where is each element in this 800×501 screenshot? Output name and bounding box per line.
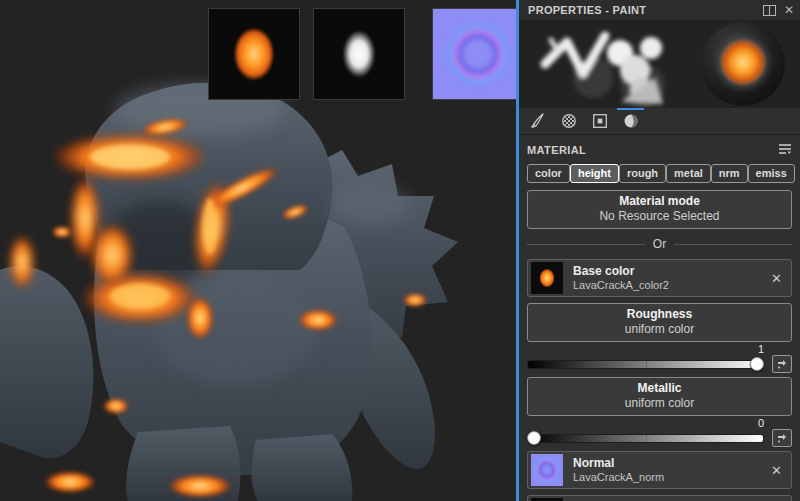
base-color-thumbnail (531, 262, 563, 294)
slider-mid-tick (646, 361, 647, 368)
metallic-slider-handle[interactable] (527, 431, 541, 445)
channel-emiss[interactable]: emiss (748, 164, 795, 183)
or-label: Or (645, 237, 674, 251)
roughness-slider-handle[interactable] (750, 357, 764, 371)
normal-resource: LavaCrackA_norm (573, 471, 765, 484)
material-options-icon[interactable] (778, 141, 792, 159)
tab-stencil[interactable] (584, 108, 615, 134)
material-mode-subtitle: No Resource Selected (528, 209, 791, 224)
tool-tabs (519, 108, 800, 135)
material-mode-button[interactable]: Material mode No Resource Selected (527, 190, 792, 229)
panel-title: PROPERTIES - PAINT (528, 4, 755, 16)
roughness-subtitle: uniform color (528, 322, 791, 337)
roughness-slider-row (527, 355, 792, 373)
brush-icon (530, 113, 546, 129)
or-divider: Or (527, 237, 792, 251)
roughness-button[interactable]: Roughness uniform color (527, 303, 792, 342)
slider-mid-tick (646, 435, 647, 442)
roughness-title: Roughness (528, 307, 791, 322)
channel-toggle-row: color height rough metal nrm emiss (527, 164, 792, 183)
normal-remove-icon[interactable]: ✕ (765, 463, 788, 478)
normal-title: Normal (573, 456, 765, 471)
channel-metal[interactable]: metal (666, 164, 711, 183)
viewport-3d[interactable] (0, 0, 516, 501)
channel-color[interactable]: color (527, 164, 570, 183)
split-window-icon[interactable] (763, 5, 776, 16)
close-icon[interactable]: ✕ (784, 3, 794, 17)
material-section-title: MATERIAL (527, 144, 586, 156)
roughness-value: 1 (527, 342, 792, 355)
tab-material[interactable] (615, 108, 646, 134)
stencil-icon (592, 113, 608, 129)
metallic-title: Metallic (528, 381, 791, 396)
base-color-remove-icon[interactable]: ✕ (765, 271, 788, 286)
base-color-resource: LavaCrackA_color2 (573, 279, 765, 292)
viewport-thumbnail-grayscale[interactable] (313, 8, 405, 100)
roughness-slider[interactable] (527, 360, 764, 369)
metallic-subtitle: uniform color (528, 396, 791, 411)
gray-blob-graphic (314, 9, 404, 99)
emissive-slot[interactable]: Emissive LavaCrackA_emis2 ✕ (527, 495, 792, 501)
normal-thumbnail (531, 454, 563, 486)
channel-nrm[interactable]: nrm (711, 164, 748, 183)
material-section: MATERIAL color height rough metal nrm em… (519, 135, 800, 501)
channel-rough[interactable]: rough (619, 164, 666, 183)
viewport-thumbnail-normal[interactable] (432, 8, 516, 100)
metallic-button[interactable]: Metallic uniform color (527, 377, 792, 416)
roughness-toggle-button[interactable] (772, 355, 792, 373)
metallic-slider-row (527, 429, 792, 447)
base-color-title: Base color (573, 264, 765, 279)
normal-slot[interactable]: Normal LavaCrackA_norm ✕ (527, 451, 792, 489)
preview-strip (519, 20, 800, 108)
channel-height[interactable]: height (570, 164, 619, 183)
material-icon (623, 113, 639, 129)
material-sphere-preview (701, 22, 785, 106)
lava-blob-graphic (209, 9, 299, 99)
properties-panel: PROPERTIES - PAINT ✕ (519, 0, 800, 501)
metallic-toggle-button[interactable] (772, 429, 792, 447)
metallic-slider[interactable] (527, 434, 764, 443)
tab-brush[interactable] (522, 108, 553, 134)
base-color-slot[interactable]: Base color LavaCrackA_color2 ✕ (527, 259, 792, 297)
panel-header: PROPERTIES - PAINT ✕ (519, 0, 800, 20)
metallic-value: 0 (527, 416, 792, 429)
tab-alpha[interactable] (553, 108, 584, 134)
alpha-icon (561, 113, 577, 129)
material-mode-title: Material mode (528, 194, 791, 209)
viewport-thumbnail-color[interactable] (208, 8, 300, 100)
normal-ring-graphic (433, 9, 516, 99)
brush-stroke-preview (523, 20, 701, 108)
